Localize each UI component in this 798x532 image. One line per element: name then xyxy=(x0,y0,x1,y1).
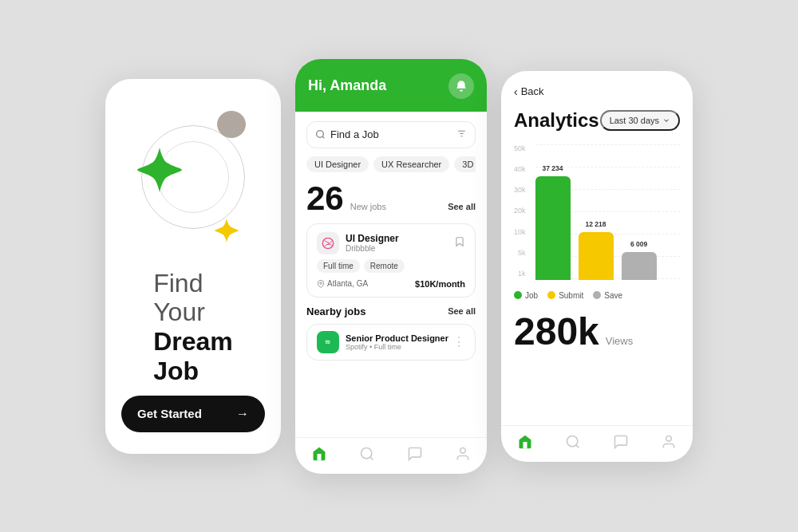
yellow-star-icon xyxy=(214,218,239,243)
legend-dot-save xyxy=(593,291,601,299)
bar-submit: 12 218 xyxy=(579,220,614,280)
job-card-left: UI Designer Dribbble xyxy=(317,232,399,254)
bar-save-rect xyxy=(622,252,657,280)
svg-point-0 xyxy=(317,131,324,138)
nearby-job-type: Full time xyxy=(374,343,401,351)
headline-dream: Dream xyxy=(153,327,233,357)
screen-job-search: Hi, Amanda Find a Job UI D xyxy=(295,59,487,474)
screens-container: Find Your Dream Job Get Started → Hi, Am… xyxy=(105,59,693,474)
location-icon xyxy=(317,280,325,288)
views-section: 280k Views xyxy=(514,313,680,351)
svg-point-8 xyxy=(460,447,466,453)
nav3-search-icon[interactable] xyxy=(565,434,581,454)
tag-ux-researcher[interactable]: UX Researcher xyxy=(373,156,449,172)
screen2-bottom-nav xyxy=(295,437,487,474)
job-company: Dribbble xyxy=(346,244,399,253)
bar-save-value: 6 009 xyxy=(630,240,647,248)
notification-icon[interactable] xyxy=(448,73,474,99)
y-label-5k: 5k xyxy=(514,249,526,257)
legend-dot-submit xyxy=(547,291,555,299)
nearby-job-company: Spotify xyxy=(346,343,368,351)
svg-point-10 xyxy=(666,435,672,441)
legend-label-save: Save xyxy=(604,291,622,300)
y-label-50k: 50k xyxy=(514,144,526,152)
tag-ui-designer[interactable]: UI Designer xyxy=(306,156,369,172)
y-label-40k: 40k xyxy=(514,165,526,173)
nearby-job-left: Senior Product Designer Spotify • Full t… xyxy=(317,331,448,353)
job-location-row: Atlanta, GA $10K/month xyxy=(317,279,465,289)
search-bar[interactable]: Find a Job xyxy=(306,121,476,148)
gridline-1 xyxy=(535,144,680,145)
chart-legend: Job Submit Save xyxy=(514,291,680,300)
jobs-count-row: 26 New jobs See all xyxy=(306,182,476,215)
y-label-1k: 1k xyxy=(514,270,526,278)
nav-search-icon[interactable] xyxy=(359,446,375,466)
job-card-top: UI Designer Dribbble xyxy=(317,232,465,254)
arrow-right-icon: → xyxy=(236,407,249,421)
onboarding-graphic xyxy=(121,101,265,261)
gray-blob xyxy=(217,111,246,138)
y-label-20k: 20k xyxy=(514,207,526,215)
get-started-label: Get Started xyxy=(137,407,202,420)
nearby-job-sub: Spotify • Full time xyxy=(346,343,448,351)
job-tag-remote: Remote xyxy=(364,259,405,273)
dribbble-logo xyxy=(317,232,339,254)
legend-submit: Submit xyxy=(547,291,583,300)
bookmark-icon[interactable] xyxy=(454,236,465,250)
job-salary: $10K/month xyxy=(415,279,465,289)
analytics-title: Analytics xyxy=(514,109,599,132)
analytics-chart: 50k 40k 30k 20k 10k 5k 1k xyxy=(514,144,680,280)
views-number: 280k xyxy=(514,313,599,351)
bar-submit-value: 12 218 xyxy=(586,220,606,228)
legend-job: Job xyxy=(514,291,538,300)
search-body: Find a Job UI Designer UX Researcher 3D … xyxy=(295,112,487,437)
spotify-logo xyxy=(317,331,339,353)
chart-bars-area: 37 234 12 218 6 009 xyxy=(535,144,680,280)
y-label-30k: 30k xyxy=(514,186,526,194)
headline-find: Find xyxy=(153,269,233,298)
bar-submit-rect xyxy=(579,232,614,280)
see-all-nearby-button[interactable]: See all xyxy=(448,306,476,316)
get-started-button[interactable]: Get Started → xyxy=(121,396,265,432)
nearby-job-title: Senior Product Designer xyxy=(346,333,448,343)
nav3-messages-icon[interactable] xyxy=(613,434,629,454)
nav-home-icon[interactable] xyxy=(311,446,327,466)
bar-job-rect xyxy=(535,176,571,280)
filter-icon[interactable] xyxy=(456,128,467,141)
views-label: Views xyxy=(606,335,633,347)
nearby-job-info: Senior Product Designer Spotify • Full t… xyxy=(346,333,448,351)
job-location: Atlanta, GA xyxy=(317,279,368,288)
green-star-icon xyxy=(136,146,184,194)
legend-dot-job xyxy=(514,291,522,299)
bar-save: 6 009 xyxy=(622,240,657,280)
nav-profile-icon[interactable] xyxy=(455,446,471,466)
analytics-body: ‹ Back Analytics Last 30 days 50k 40k 30… xyxy=(501,71,693,425)
nearby-jobs-header: Nearby jobs See all xyxy=(306,305,476,317)
greeting-text: Hi, Amanda xyxy=(308,77,386,94)
nearby-job-item[interactable]: Senior Product Designer Spotify • Full t… xyxy=(306,324,476,361)
tag-3d[interactable]: 3D xyxy=(454,156,476,172)
job-tag-fulltime: Full time xyxy=(317,259,360,273)
more-options-icon[interactable]: ⋮ xyxy=(452,334,465,349)
job-tags-row: Full time Remote xyxy=(317,259,465,273)
y-label-10k: 10k xyxy=(514,228,526,236)
jobs-count-number: 26 xyxy=(306,182,344,215)
screen-analytics: ‹ Back Analytics Last 30 days 50k 40k 30… xyxy=(501,71,693,462)
nav3-home-icon[interactable] xyxy=(517,434,533,454)
svg-point-7 xyxy=(361,447,372,458)
back-button[interactable]: ‹ Back xyxy=(514,85,680,98)
back-chevron-icon: ‹ xyxy=(514,85,518,98)
nav3-profile-icon[interactable] xyxy=(661,434,677,454)
legend-label-job: Job xyxy=(525,291,538,300)
nav-messages-icon[interactable] xyxy=(407,446,423,466)
bar-job: 37 234 xyxy=(535,164,571,280)
chart-y-labels: 50k 40k 30k 20k 10k 5k 1k xyxy=(514,144,526,280)
featured-job-card[interactable]: UI Designer Dribbble Full time Remote xyxy=(306,223,476,298)
screen-onboarding: Find Your Dream Job Get Started → xyxy=(105,79,281,454)
see-all-jobs-button[interactable]: See all xyxy=(448,202,476,211)
screen3-bottom-nav xyxy=(501,425,693,462)
legend-save: Save xyxy=(593,291,622,300)
filter-tags-row: UI Designer UX Researcher 3D Pro xyxy=(306,156,476,172)
date-range-button[interactable]: Last 30 days xyxy=(600,110,680,131)
svg-point-4 xyxy=(322,238,333,248)
